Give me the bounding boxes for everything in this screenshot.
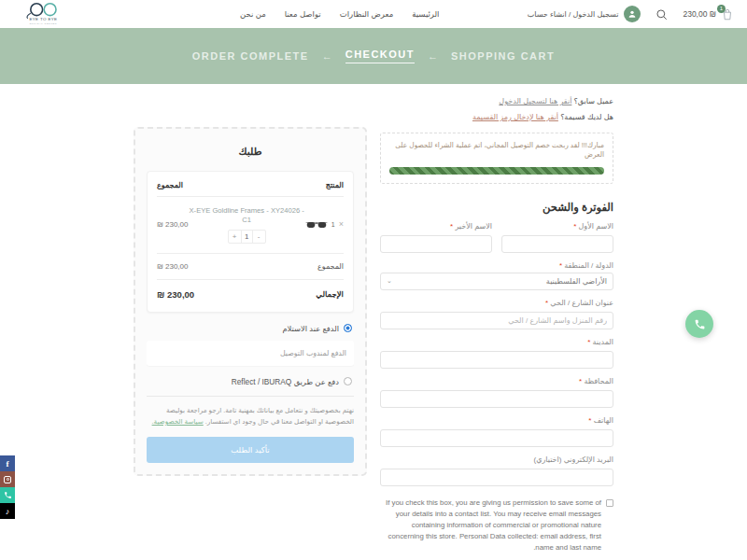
- item-quantity: 1: [331, 221, 335, 228]
- social-sidebar: f ♪: [0, 455, 15, 519]
- login-toggle-link[interactable]: أنقر هنا لتسجيل الدخول: [499, 97, 571, 105]
- search-icon[interactable]: [655, 8, 668, 21]
- coupon-notice: هل لديك قسيمة؟ أنقر هنا لإدخال رمز القسي…: [380, 113, 613, 121]
- free-shipping-message: مبارك!!! لقد ربحت خصم التوصيل المجاني، ا…: [389, 141, 604, 161]
- nav-item-about[interactable]: من نحن: [240, 9, 266, 19]
- total-column-header: المجموع: [157, 181, 183, 189]
- subtotal-label: المجموع: [317, 262, 344, 271]
- nav-item-home[interactable]: الرئيسية: [412, 9, 439, 19]
- step-order-complete[interactable]: ORDER COMPLETE: [192, 50, 309, 62]
- returning-customer-prefix: عميل سابق؟: [574, 97, 613, 105]
- returning-customer-notice: عميل سابق؟ أنقر هنا لتسجيل الدخول: [380, 97, 613, 105]
- privacy-notice: نهتم بخصوصيتك و نتعامل مع بياناتك بمهنية…: [147, 405, 354, 427]
- main-nav: من نحن تواصل معنا معرض النظارات الرئيسية: [240, 9, 439, 19]
- chevron-down-icon: ⌄: [387, 277, 392, 285]
- subtotal-value: 230,00 ₪: [157, 262, 188, 271]
- quantity-value: 1: [241, 231, 253, 243]
- checkout-main: عميل سابق؟ أنقر هنا لتسجيل الدخول هل لدي…: [134, 90, 613, 560]
- marketing-consent-row: If you check this box, you are giving us…: [380, 497, 613, 553]
- quantity-increase-button[interactable]: +: [229, 231, 241, 243]
- country-select[interactable]: الأراضي الفلسطينية ⌄: [380, 273, 613, 290]
- nav-item-contact[interactable]: تواصل معنا: [285, 9, 321, 19]
- whatsapp-icon[interactable]: [0, 487, 15, 503]
- email-label: البريد الإلكتروني (اختياري): [380, 455, 613, 464]
- state-label: المحافظة *: [380, 377, 613, 385]
- marketing-consent-checkbox[interactable]: [606, 499, 613, 507]
- gateway-radio[interactable]: [344, 377, 352, 385]
- product-column-header: المنتج: [326, 181, 344, 189]
- coupon-toggle-link[interactable]: أنقر هنا لإدخال رمز القسيمة: [472, 113, 558, 121]
- cod-description: الدفع لمندوب التوصيل: [147, 341, 354, 366]
- store-logo[interactable]: EYE TO EYE OPTICAL CENTER: [22, 2, 67, 26]
- step-checkout-active[interactable]: CHECKOUT: [345, 49, 415, 63]
- divider: [147, 396, 354, 397]
- login-register-link[interactable]: تسجيل الدخول / انشاء حساب: [528, 6, 641, 22]
- cart-count-badge: 1: [717, 5, 726, 13]
- order-summary-column: طلبك المنتج المجموع × 1: [134, 127, 367, 476]
- remove-item-button[interactable]: ×: [339, 220, 344, 229]
- svg-text:EYE TO EYE: EYE TO EYE: [29, 17, 57, 21]
- tiktok-icon[interactable]: ♪: [0, 503, 15, 519]
- top-header: EYE TO EYE OPTICAL CENTER من نحن تواصل م…: [0, 0, 747, 28]
- checkout-steps-banner: ORDER COMPLETE ← CHECKOUT ← SHOPPING CAR…: [0, 28, 747, 84]
- state-field[interactable]: [380, 390, 613, 408]
- first-name-field[interactable]: [501, 235, 613, 253]
- arrow-left-icon: ←: [428, 50, 438, 62]
- total-value: 230,00 ₪: [157, 289, 194, 300]
- total-row: الإجمالي 230,00 ₪: [157, 280, 344, 302]
- billing-column: عميل سابق؟ أنقر هنا لتسجيل الدخول هل لدي…: [380, 90, 613, 560]
- cart-total: 230,00 ₪: [683, 9, 716, 19]
- city-field[interactable]: [380, 351, 613, 369]
- country-label: الدولة / المنطقة *: [380, 261, 613, 270]
- email-field[interactable]: [380, 469, 613, 486]
- header-actions: تسجيل الدخول / انشاء حساب 230,00 ₪ 1: [528, 6, 734, 22]
- free-shipping-banner: مبارك!!! لقد ربحت خصم التوصيل المجاني، ا…: [380, 133, 613, 184]
- order-title: طلبك: [147, 146, 354, 158]
- call-us-button[interactable]: [685, 310, 713, 338]
- logo-glasses-icon: EYE TO EYE OPTICAL CENTER: [22, 2, 67, 26]
- phone-icon: [694, 318, 706, 330]
- order-line-item: × 1 X-EYE Goldline Frames - XY24026 - C1: [157, 197, 344, 254]
- country-selected-value: الأراضي الفلسطينية: [546, 277, 607, 286]
- marketing-consent-text: If you check this box, you are giving us…: [380, 497, 601, 553]
- facebook-icon[interactable]: f: [0, 455, 15, 471]
- total-label: الإجمالي: [316, 289, 344, 300]
- payment-method-gateway: دفع عن طريق Reflect / IBURAQ: [148, 377, 352, 386]
- user-avatar-icon: [624, 6, 641, 22]
- place-order-button[interactable]: تأكيد الطلب: [147, 437, 354, 463]
- svg-text:OPTICAL CENTER: OPTICAL CENTER: [30, 22, 58, 25]
- last-name-label: الاسم الأخير *: [380, 222, 492, 231]
- quantity-decrease-button[interactable]: -: [253, 231, 265, 243]
- coupon-prefix: هل لديك قسيمة؟: [560, 113, 613, 121]
- first-name-label: الاسم الأول *: [501, 222, 613, 231]
- step-shopping-cart[interactable]: SHOPPING CART: [451, 50, 555, 62]
- payment-method-cod: الدفع عند الاستلام: [148, 324, 352, 333]
- line-item-price: 230,00 ₪: [157, 220, 188, 229]
- privacy-policy-link[interactable]: سياسة الخصوصية.: [152, 417, 204, 426]
- subtotal-row: المجموع 230,00 ₪: [157, 254, 344, 280]
- street-label: عنوان الشارع / الحي *: [380, 299, 613, 307]
- gateway-label[interactable]: دفع عن طريق Reflect / IBURAQ: [232, 377, 339, 386]
- cart-button[interactable]: 230,00 ₪ 1: [683, 7, 734, 21]
- billing-title: الفوترة والشحن: [380, 201, 613, 214]
- instagram-icon[interactable]: [0, 471, 15, 487]
- city-label: المدينة *: [380, 338, 613, 346]
- phone-field[interactable]: [380, 429, 613, 447]
- sunglasses-thumbnail: [305, 219, 328, 231]
- order-items-card: المنتج المجموع × 1: [147, 171, 354, 313]
- street-field[interactable]: [380, 312, 613, 329]
- last-name-field[interactable]: [380, 235, 492, 253]
- cod-label[interactable]: الدفع عند الاستلام: [282, 324, 339, 333]
- nav-item-gallery[interactable]: معرض النظارات: [340, 9, 394, 19]
- login-register-label: تسجيل الدخول / انشاء حساب: [528, 10, 619, 19]
- free-shipping-progress-bar: [389, 167, 604, 175]
- cod-radio[interactable]: [344, 324, 352, 332]
- order-review-box: طلبك المنتج المجموع × 1: [134, 127, 367, 476]
- phone-label: الهاتف *: [380, 416, 613, 425]
- product-name-link[interactable]: X-EYE Goldline Frames - XY24026 - C1: [188, 206, 304, 225]
- quantity-stepper: + 1 -: [228, 230, 266, 244]
- arrow-left-icon: ←: [322, 50, 332, 62]
